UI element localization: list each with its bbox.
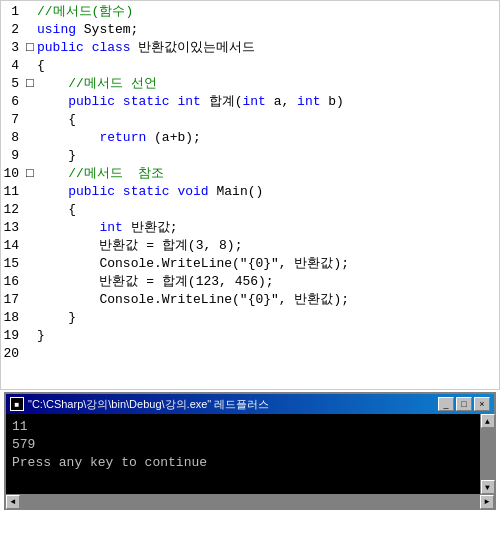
console-content-area: 11579Press any key to continue ▲ ▼ bbox=[6, 414, 494, 494]
code-segment: //메서드(함수) bbox=[37, 4, 133, 19]
code-segment: Main() bbox=[209, 184, 264, 199]
console-vertical-scrollbar[interactable]: ▲ ▼ bbox=[480, 414, 494, 494]
line-content: } bbox=[37, 147, 499, 165]
code-segment: using bbox=[37, 22, 76, 37]
code-segment bbox=[84, 40, 92, 55]
code-segment: { bbox=[37, 58, 45, 73]
line-number: 13 bbox=[1, 219, 23, 237]
line-content: { bbox=[37, 111, 499, 129]
line-number: 2 bbox=[1, 21, 23, 39]
code-segment: int bbox=[99, 220, 122, 235]
code-segment: int bbox=[177, 94, 200, 109]
line-number: 15 bbox=[1, 255, 23, 273]
code-segment: public bbox=[68, 94, 115, 109]
console-title-left: ■ "C:\CSharp\강의\bin\Debug\강의.exe" 레드플러스 bbox=[10, 397, 269, 412]
console-title-buttons: _ □ × bbox=[438, 397, 490, 411]
line-number: 9 bbox=[1, 147, 23, 165]
code-line: 13 int 반환값; bbox=[1, 219, 499, 237]
code-segment: (a+b); bbox=[146, 130, 201, 145]
scroll-up-arrow[interactable]: ▲ bbox=[481, 414, 495, 428]
code-segment: Console.WriteLine("{0}", 반환값); bbox=[99, 256, 349, 271]
scroll-down-arrow[interactable]: ▼ bbox=[481, 480, 495, 494]
code-line: 8 return (a+b); bbox=[1, 129, 499, 147]
code-segment: int bbox=[297, 94, 320, 109]
code-segment: 반환값이있는메서드 bbox=[131, 40, 256, 55]
line-marker: □ bbox=[23, 75, 37, 93]
code-segment bbox=[115, 184, 123, 199]
line-number: 17 bbox=[1, 291, 23, 309]
code-line: 1 //메서드(함수) bbox=[1, 3, 499, 21]
line-number: 1 bbox=[1, 3, 23, 21]
console-app-icon: ■ bbox=[10, 397, 24, 411]
console-titlebar: ■ "C:\CSharp\강의\bin\Debug\강의.exe" 레드플러스 … bbox=[6, 394, 494, 414]
code-segment: public bbox=[37, 40, 84, 55]
code-line: 20 bbox=[1, 345, 499, 363]
console-horizontal-scrollbar[interactable]: ◄ ► bbox=[6, 494, 494, 508]
line-content: 반환값 = 합계(3, 8); bbox=[37, 237, 499, 255]
code-line: 10□ //메서드 참조 bbox=[1, 165, 499, 183]
code-segment: { bbox=[68, 202, 76, 217]
code-line: 2 using System; bbox=[1, 21, 499, 39]
code-segment bbox=[115, 94, 123, 109]
line-number: 11 bbox=[1, 183, 23, 201]
line-number: 19 bbox=[1, 327, 23, 345]
console-wrapper: ■ "C:\CSharp\강의\bin\Debug\강의.exe" 레드플러스 … bbox=[0, 390, 500, 512]
scroll-right-arrow[interactable]: ► bbox=[480, 495, 494, 509]
code-segment: static bbox=[123, 94, 170, 109]
code-segment: 반환값 = 합계(3, 8); bbox=[99, 238, 242, 253]
line-content: //메서드 선언 bbox=[37, 75, 499, 93]
code-segment: 반환값 = 합계(123, 456); bbox=[99, 274, 273, 289]
line-content: using System; bbox=[37, 21, 499, 39]
code-segment: } bbox=[37, 328, 45, 343]
code-segment: return bbox=[99, 130, 146, 145]
code-line: 15 Console.WriteLine("{0}", 반환값); bbox=[1, 255, 499, 273]
line-content: Console.WriteLine("{0}", 반환값); bbox=[37, 291, 499, 309]
code-editor: 1 //메서드(함수)2 using System;3□public class… bbox=[0, 0, 500, 390]
code-segment: static bbox=[123, 184, 170, 199]
line-number: 18 bbox=[1, 309, 23, 327]
code-lines: 1 //메서드(함수)2 using System;3□public class… bbox=[1, 1, 499, 365]
code-line: 18 } bbox=[1, 309, 499, 327]
code-segment: b) bbox=[321, 94, 344, 109]
code-line: 9 } bbox=[1, 147, 499, 165]
code-segment: 합계( bbox=[201, 94, 243, 109]
code-line: 17 Console.WriteLine("{0}", 반환값); bbox=[1, 291, 499, 309]
line-content: } bbox=[37, 309, 499, 327]
code-segment: int bbox=[242, 94, 265, 109]
code-segment: void bbox=[177, 184, 208, 199]
scroll-track-h[interactable] bbox=[20, 495, 480, 509]
code-line: 14 반환값 = 합계(3, 8); bbox=[1, 237, 499, 255]
console-window: ■ "C:\CSharp\강의\bin\Debug\강의.exe" 레드플러스 … bbox=[4, 392, 496, 510]
console-output: 11579Press any key to continue bbox=[12, 418, 478, 472]
line-number: 10 bbox=[1, 165, 23, 183]
line-number: 3 bbox=[1, 39, 23, 57]
code-segment: class bbox=[92, 40, 131, 55]
line-content: 반환값 = 합계(123, 456); bbox=[37, 273, 499, 291]
line-content: return (a+b); bbox=[37, 129, 499, 147]
code-segment: public bbox=[68, 184, 115, 199]
scroll-track-v[interactable] bbox=[481, 428, 495, 480]
code-line: 12 { bbox=[1, 201, 499, 219]
line-content: public class 반환값이있는메서드 bbox=[37, 39, 499, 57]
code-line: 4 { bbox=[1, 57, 499, 75]
line-number: 6 bbox=[1, 93, 23, 111]
code-line: 3□public class 반환값이있는메서드 bbox=[1, 39, 499, 57]
console-minimize-button[interactable]: _ bbox=[438, 397, 454, 411]
code-line: 7 { bbox=[1, 111, 499, 129]
code-segment: //메서드 선언 bbox=[68, 76, 156, 91]
line-number: 16 bbox=[1, 273, 23, 291]
console-close-button[interactable]: × bbox=[474, 397, 490, 411]
console-maximize-button[interactable]: □ bbox=[456, 397, 472, 411]
scroll-left-arrow[interactable]: ◄ bbox=[6, 495, 20, 509]
line-number: 20 bbox=[1, 345, 23, 363]
code-segment: } bbox=[68, 148, 76, 163]
line-marker: □ bbox=[23, 39, 37, 57]
line-content: } bbox=[37, 327, 499, 345]
line-number: 14 bbox=[1, 237, 23, 255]
code-segment: System; bbox=[76, 22, 138, 37]
line-content: Console.WriteLine("{0}", 반환값); bbox=[37, 255, 499, 273]
line-content: //메서드(함수) bbox=[37, 3, 499, 21]
line-content: public static int 합계(int a, int b) bbox=[37, 93, 499, 111]
code-segment: } bbox=[68, 310, 76, 325]
code-segment: 반환값; bbox=[123, 220, 178, 235]
